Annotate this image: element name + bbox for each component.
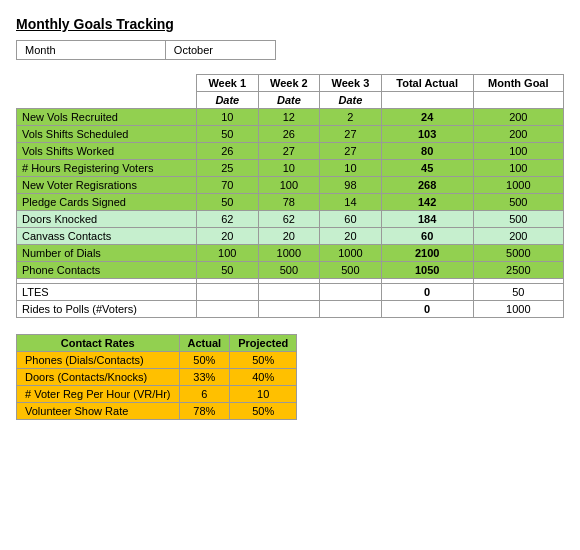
row-value: 0 (381, 301, 473, 318)
row-value (320, 301, 382, 318)
goal-sub (473, 92, 563, 109)
table-row: Vols Shifts Scheduled502627103200 (17, 126, 564, 143)
row-label: New Vols Recruited (17, 109, 197, 126)
main-table-header-sub: Date Date Date (17, 92, 564, 109)
row-value: 70 (197, 177, 259, 194)
goal-header: Month Goal (473, 75, 563, 92)
row-value: 1000 (473, 177, 563, 194)
row-value: 1000 (473, 301, 563, 318)
row-value: 10 (320, 160, 382, 177)
row-value: 45 (381, 160, 473, 177)
table-row: Vols Shifts Worked26272780100 (17, 143, 564, 160)
row-value: 268 (381, 177, 473, 194)
row-value: 1000 (320, 245, 382, 262)
row-value (197, 301, 259, 318)
row-value: 100 (473, 143, 563, 160)
row-value: 1000 (258, 245, 320, 262)
contact-row-label: # Voter Reg Per Hour (VR/Hr) (17, 386, 180, 403)
row-value: 12 (258, 109, 320, 126)
contact-rates-header: Contact Rates Actual Projected (17, 335, 297, 352)
row-value: 200 (473, 109, 563, 126)
total-header: Total Actual (381, 75, 473, 92)
row-label: Vols Shifts Worked (17, 143, 197, 160)
row-value: 14 (320, 194, 382, 211)
week3-sub: Date (320, 92, 382, 109)
contact-rate-row: Doors (Contacts/Knocks)33%40% (17, 369, 297, 386)
table-row: LTES050 (17, 284, 564, 301)
row-value: 500 (473, 211, 563, 228)
month-label: Month (17, 41, 166, 59)
row-label: Doors Knocked (17, 211, 197, 228)
row-value: 50 (197, 262, 259, 279)
week2-sub: Date (258, 92, 320, 109)
week1-header: Week 1 (197, 75, 259, 92)
row-value: 142 (381, 194, 473, 211)
row-label: Phone Contacts (17, 262, 197, 279)
row-value: 60 (320, 211, 382, 228)
row-value: 1050 (381, 262, 473, 279)
contact-projected-header: Projected (230, 335, 297, 352)
row-value: 78 (258, 194, 320, 211)
row-value: 80 (381, 143, 473, 160)
contact-rate-row: Volunteer Show Rate78%50% (17, 403, 297, 420)
row-value: 26 (258, 126, 320, 143)
table-row: # Hours Registering Voters25101045100 (17, 160, 564, 177)
row-value: 98 (320, 177, 382, 194)
row-value: 2 (320, 109, 382, 126)
row-value: 10 (197, 109, 259, 126)
row-value (197, 284, 259, 301)
row-value: 200 (473, 228, 563, 245)
row-value (258, 284, 320, 301)
row-label: Vols Shifts Scheduled (17, 126, 197, 143)
contact-rate-row: Phones (Dials/Contacts)50%50% (17, 352, 297, 369)
row-label: Number of Dials (17, 245, 197, 262)
row-value (258, 301, 320, 318)
row-value: 24 (381, 109, 473, 126)
row-label: Pledge Cards Signed (17, 194, 197, 211)
contact-table-body: Phones (Dials/Contacts)50%50%Doors (Cont… (17, 352, 297, 420)
row-label: New Voter Regisrations (17, 177, 197, 194)
total-sub (381, 92, 473, 109)
row-value: 20 (258, 228, 320, 245)
row-value: 10 (258, 160, 320, 177)
row-value: 100 (258, 177, 320, 194)
table-row: Phone Contacts5050050010502500 (17, 262, 564, 279)
row-value: 500 (258, 262, 320, 279)
contact-actual-header: Actual (179, 335, 230, 352)
table-row: Number of Dials1001000100021005000 (17, 245, 564, 262)
row-value: 50 (197, 194, 259, 211)
contact-rates-table: Contact Rates Actual Projected Phones (D… (16, 334, 297, 420)
row-label: Canvass Contacts (17, 228, 197, 245)
row-value: 50 (473, 284, 563, 301)
empty-header (17, 75, 197, 92)
row-value: 100 (473, 160, 563, 177)
row-value: 27 (320, 143, 382, 160)
row-label: # Hours Registering Voters (17, 160, 197, 177)
row-value: 62 (258, 211, 320, 228)
contact-row-value: 6 (179, 386, 230, 403)
row-value: 184 (381, 211, 473, 228)
contact-rates-title-cell: Contact Rates (17, 335, 180, 352)
row-value: 2500 (473, 262, 563, 279)
contact-rate-row: # Voter Reg Per Hour (VR/Hr)610 (17, 386, 297, 403)
contact-row-value: 40% (230, 369, 297, 386)
row-value: 50 (197, 126, 259, 143)
row-value: 2100 (381, 245, 473, 262)
month-value: October (166, 41, 275, 59)
contact-row-value: 50% (230, 352, 297, 369)
contact-row-label: Phones (Dials/Contacts) (17, 352, 180, 369)
row-value: 100 (197, 245, 259, 262)
contact-row-value: 50% (179, 352, 230, 369)
table-row: New Voter Regisrations70100982681000 (17, 177, 564, 194)
main-table: Week 1 Week 2 Week 3 Total Actual Month … (16, 74, 564, 318)
row-label: Rides to Polls (#Voters) (17, 301, 197, 318)
table-row: Canvass Contacts20202060200 (17, 228, 564, 245)
row-value: 5000 (473, 245, 563, 262)
week1-sub: Date (197, 92, 259, 109)
row-value: 60 (381, 228, 473, 245)
row-value: 0 (381, 284, 473, 301)
row-value: 500 (320, 262, 382, 279)
row-value: 200 (473, 126, 563, 143)
row-value: 27 (258, 143, 320, 160)
row-value: 27 (320, 126, 382, 143)
